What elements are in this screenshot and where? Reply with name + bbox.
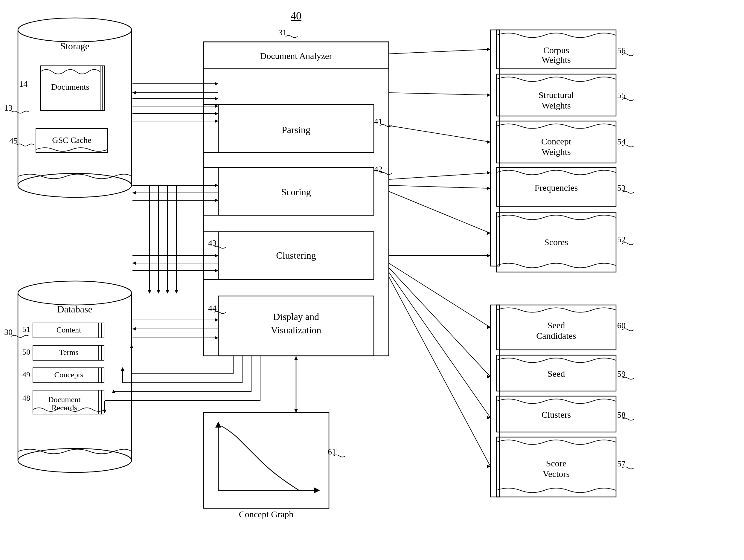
svg-point-9	[18, 448, 132, 473]
scoring-label: Scoring	[281, 187, 311, 197]
svg-line-86	[389, 185, 490, 188]
label-13: 13	[4, 103, 12, 112]
svg-line-78	[389, 49, 490, 54]
concept-weights-label2: Weights	[542, 147, 571, 157]
svg-marker-101	[294, 357, 298, 360]
seed-candidates-label2: Candidates	[536, 331, 576, 341]
score-vectors-label2: Vectors	[543, 469, 570, 479]
label-14: 14	[19, 79, 28, 88]
seed-candidates-label1: Seed	[548, 320, 565, 330]
parsing-label: Parsing	[282, 124, 310, 135]
svg-marker-75	[133, 327, 136, 331]
doc-records-label: Document	[48, 395, 81, 404]
label-31: 31	[278, 28, 287, 37]
svg-line-84	[389, 173, 490, 179]
content-label: Content	[57, 326, 81, 334]
doc-analyzer-label: Document Analyzer	[260, 51, 332, 61]
label-42: 42	[374, 164, 382, 174]
svg-line-80	[389, 93, 490, 95]
svg-line-96	[389, 272, 490, 418]
concepts-label: Concepts	[54, 370, 83, 379]
svg-marker-119	[175, 290, 178, 294]
label-48: 48	[23, 394, 30, 403]
label-30: 30	[4, 327, 12, 337]
svg-marker-95	[487, 375, 490, 378]
display-viz-label1: Display and	[273, 311, 319, 322]
svg-marker-91	[487, 254, 490, 257]
svg-line-82	[389, 125, 490, 142]
clustering-label: Clustering	[276, 250, 316, 261]
svg-marker-63	[133, 191, 136, 195]
label-45: 45	[9, 136, 17, 145]
svg-marker-117	[166, 290, 169, 294]
documents-label: Documents	[51, 82, 89, 91]
svg-line-94	[389, 268, 490, 377]
corpus-weights-label1: Corpus	[543, 45, 569, 55]
svg-marker-61	[215, 184, 218, 187]
struct-weights-label1: Structural	[538, 90, 574, 100]
clusters-label: Clusters	[542, 410, 571, 419]
corpus-weights-label2: Weights	[542, 55, 571, 65]
svg-marker-102	[294, 409, 298, 413]
svg-line-98	[389, 276, 490, 466]
svg-point-8	[18, 281, 132, 305]
svg-marker-71	[215, 269, 218, 272]
scores-label: Scores	[544, 237, 568, 247]
diagram-title: 40	[291, 10, 301, 22]
svg-marker-67	[215, 254, 218, 257]
svg-marker-77	[215, 336, 218, 340]
label-61: 61	[328, 447, 336, 456]
svg-rect-38	[203, 413, 329, 508]
svg-marker-59	[215, 119, 218, 123]
svg-marker-73	[215, 318, 218, 322]
score-vectors-label1: Score	[546, 458, 566, 468]
label-44: 44	[208, 303, 217, 313]
struct-weights-label2: Weights	[542, 101, 571, 110]
concept-weights-label1: Concept	[541, 136, 571, 146]
diagram: Storage Documents 14 GSC Cache 45 13	[0, 0, 744, 560]
svg-line-92	[389, 263, 490, 327]
label-51: 51	[23, 325, 30, 334]
svg-marker-81	[487, 93, 490, 97]
svg-marker-57	[215, 112, 218, 115]
svg-marker-53	[215, 97, 218, 101]
label-41: 41	[374, 117, 382, 126]
label-50: 50	[23, 348, 30, 357]
svg-marker-79	[487, 47, 490, 51]
display-viz-label2: Visualization	[271, 325, 322, 335]
svg-marker-113	[148, 290, 151, 294]
storage-label: Storage	[60, 41, 89, 51]
svg-marker-49	[215, 82, 218, 85]
label-43: 43	[208, 238, 217, 248]
svg-point-1	[18, 18, 132, 42]
svg-line-88	[389, 191, 490, 233]
svg-marker-87	[487, 187, 490, 190]
svg-marker-85	[487, 171, 490, 175]
concept-graph-label: Concept Graph	[239, 509, 293, 519]
svg-marker-83	[487, 140, 490, 144]
seed-label: Seed	[548, 369, 565, 378]
svg-marker-69	[133, 261, 136, 265]
diagram-svg: Storage Documents 14 GSC Cache 45 13	[0, 0, 744, 560]
svg-marker-51	[133, 91, 136, 95]
svg-point-2	[18, 174, 132, 197]
label-49: 49	[23, 370, 30, 379]
frequencies-label: Frequencies	[535, 183, 578, 192]
gsc-cache-label: GSC Cache	[52, 136, 91, 145]
svg-marker-89	[487, 231, 490, 235]
doc-records-label2: Records	[51, 403, 77, 412]
svg-marker-115	[157, 290, 160, 294]
terms-label: Terms	[59, 348, 79, 357]
database-label: Database	[57, 304, 92, 314]
svg-marker-65	[215, 198, 218, 202]
